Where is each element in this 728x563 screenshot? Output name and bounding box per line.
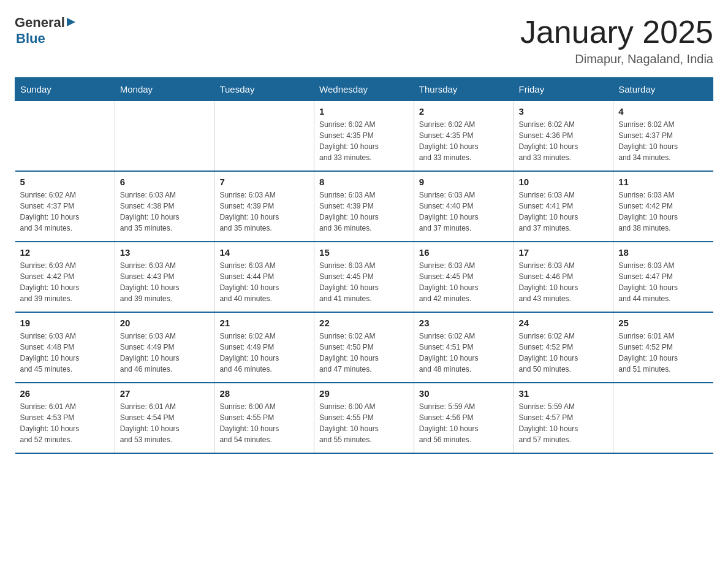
day-info: Sunrise: 6:01 AM Sunset: 4:54 PM Dayligh… <box>120 401 210 445</box>
svg-marker-0 <box>67 18 75 26</box>
day-number: 17 <box>519 247 609 258</box>
calendar-week-2: 5Sunrise: 6:02 AM Sunset: 4:37 PM Daylig… <box>15 171 713 242</box>
logo-arrow-icon <box>67 17 78 28</box>
calendar-week-5: 26Sunrise: 6:01 AM Sunset: 4:53 PM Dayli… <box>15 383 713 453</box>
day-number: 18 <box>618 247 708 258</box>
day-info: Sunrise: 6:03 AM Sunset: 4:49 PM Dayligh… <box>120 331 210 375</box>
calendar-cell <box>214 101 314 172</box>
day-number: 13 <box>120 247 210 258</box>
calendar-cell: 26Sunrise: 6:01 AM Sunset: 4:53 PM Dayli… <box>15 383 115 453</box>
day-number: 29 <box>319 388 409 399</box>
day-number: 1 <box>319 106 409 117</box>
day-info: Sunrise: 5:59 AM Sunset: 4:56 PM Dayligh… <box>419 401 509 445</box>
day-info: Sunrise: 6:03 AM Sunset: 4:42 PM Dayligh… <box>20 260 110 304</box>
calendar-cell: 30Sunrise: 5:59 AM Sunset: 4:56 PM Dayli… <box>414 383 514 453</box>
day-number: 30 <box>419 388 509 399</box>
day-info: Sunrise: 6:02 AM Sunset: 4:36 PM Dayligh… <box>519 119 609 163</box>
day-info: Sunrise: 6:03 AM Sunset: 4:44 PM Dayligh… <box>219 260 309 304</box>
day-number: 7 <box>219 177 309 187</box>
day-info: Sunrise: 6:03 AM Sunset: 4:47 PM Dayligh… <box>618 260 708 304</box>
calendar-cell: 20Sunrise: 6:03 AM Sunset: 4:49 PM Dayli… <box>115 312 214 383</box>
calendar-cell: 11Sunrise: 6:03 AM Sunset: 4:42 PM Dayli… <box>613 171 713 242</box>
calendar-cell: 22Sunrise: 6:02 AM Sunset: 4:50 PM Dayli… <box>314 312 414 383</box>
calendar-week-4: 19Sunrise: 6:03 AM Sunset: 4:48 PM Dayli… <box>15 312 713 383</box>
day-number: 25 <box>618 318 708 328</box>
day-number: 6 <box>120 177 210 187</box>
logo: General Blue <box>15 15 78 47</box>
title-area: January 2025 Dimapur, Nagaland, India <box>520 15 713 66</box>
calendar-cell: 25Sunrise: 6:01 AM Sunset: 4:52 PM Dayli… <box>613 312 713 383</box>
calendar-cell: 28Sunrise: 6:00 AM Sunset: 4:55 PM Dayli… <box>214 383 314 453</box>
calendar-cell: 9Sunrise: 6:03 AM Sunset: 4:40 PM Daylig… <box>414 171 514 242</box>
day-number: 9 <box>419 177 509 187</box>
day-info: Sunrise: 6:03 AM Sunset: 4:43 PM Dayligh… <box>120 260 210 304</box>
logo-general-text: General <box>15 15 65 31</box>
logo-blue-text: Blue <box>16 31 78 47</box>
day-info: Sunrise: 6:01 AM Sunset: 4:53 PM Dayligh… <box>20 401 110 445</box>
day-info: Sunrise: 6:02 AM Sunset: 4:35 PM Dayligh… <box>319 119 409 163</box>
day-info: Sunrise: 6:03 AM Sunset: 4:38 PM Dayligh… <box>120 190 210 234</box>
calendar-cell: 12Sunrise: 6:03 AM Sunset: 4:42 PM Dayli… <box>15 242 115 312</box>
calendar-cell: 13Sunrise: 6:03 AM Sunset: 4:43 PM Dayli… <box>115 242 214 312</box>
day-info: Sunrise: 6:03 AM Sunset: 4:46 PM Dayligh… <box>519 260 609 304</box>
day-info: Sunrise: 5:59 AM Sunset: 4:57 PM Dayligh… <box>519 401 609 445</box>
calendar-week-1: 1Sunrise: 6:02 AM Sunset: 4:35 PM Daylig… <box>15 101 713 172</box>
day-info: Sunrise: 6:02 AM Sunset: 4:37 PM Dayligh… <box>20 190 110 234</box>
calendar-cell <box>115 101 214 172</box>
calendar-cell: 7Sunrise: 6:03 AM Sunset: 4:39 PM Daylig… <box>214 171 314 242</box>
day-info: Sunrise: 6:02 AM Sunset: 4:50 PM Dayligh… <box>319 331 409 375</box>
day-number: 21 <box>219 318 309 328</box>
day-info: Sunrise: 6:03 AM Sunset: 4:41 PM Dayligh… <box>519 190 609 234</box>
calendar-cell <box>613 383 713 453</box>
col-header-wednesday: Wednesday <box>314 78 414 101</box>
day-number: 22 <box>319 318 409 328</box>
day-info: Sunrise: 6:03 AM Sunset: 4:45 PM Dayligh… <box>419 260 509 304</box>
calendar-cell: 14Sunrise: 6:03 AM Sunset: 4:44 PM Dayli… <box>214 242 314 312</box>
calendar-cell: 8Sunrise: 6:03 AM Sunset: 4:39 PM Daylig… <box>314 171 414 242</box>
day-info: Sunrise: 6:02 AM Sunset: 4:35 PM Dayligh… <box>419 119 509 163</box>
calendar-cell: 15Sunrise: 6:03 AM Sunset: 4:45 PM Dayli… <box>314 242 414 312</box>
day-number: 4 <box>618 106 708 117</box>
day-number: 5 <box>20 177 110 187</box>
col-header-saturday: Saturday <box>613 78 713 101</box>
day-number: 23 <box>419 318 509 328</box>
calendar-cell: 4Sunrise: 6:02 AM Sunset: 4:37 PM Daylig… <box>613 101 713 172</box>
calendar-cell <box>15 101 115 172</box>
calendar-cell: 29Sunrise: 6:00 AM Sunset: 4:55 PM Dayli… <box>314 383 414 453</box>
calendar-cell: 19Sunrise: 6:03 AM Sunset: 4:48 PM Dayli… <box>15 312 115 383</box>
calendar-cell: 6Sunrise: 6:03 AM Sunset: 4:38 PM Daylig… <box>115 171 214 242</box>
calendar-table: SundayMondayTuesdayWednesdayThursdayFrid… <box>15 77 713 454</box>
day-number: 8 <box>319 177 409 187</box>
col-header-thursday: Thursday <box>414 78 514 101</box>
calendar-week-3: 12Sunrise: 6:03 AM Sunset: 4:42 PM Dayli… <box>15 242 713 312</box>
col-header-monday: Monday <box>115 78 214 101</box>
day-info: Sunrise: 6:03 AM Sunset: 4:39 PM Dayligh… <box>219 190 309 234</box>
day-number: 24 <box>519 318 609 328</box>
day-info: Sunrise: 6:03 AM Sunset: 4:42 PM Dayligh… <box>618 190 708 234</box>
col-header-tuesday: Tuesday <box>214 78 314 101</box>
day-info: Sunrise: 6:02 AM Sunset: 4:52 PM Dayligh… <box>519 331 609 375</box>
day-info: Sunrise: 6:03 AM Sunset: 4:40 PM Dayligh… <box>419 190 509 234</box>
day-info: Sunrise: 6:01 AM Sunset: 4:52 PM Dayligh… <box>618 331 708 375</box>
day-number: 3 <box>519 106 609 117</box>
calendar-cell: 24Sunrise: 6:02 AM Sunset: 4:52 PM Dayli… <box>514 312 613 383</box>
day-number: 27 <box>120 388 210 399</box>
day-number: 19 <box>20 318 110 328</box>
day-number: 28 <box>219 388 309 399</box>
day-number: 12 <box>20 247 110 258</box>
day-number: 20 <box>120 318 210 328</box>
page-title: January 2025 <box>520 15 713 50</box>
day-info: Sunrise: 6:02 AM Sunset: 4:51 PM Dayligh… <box>419 331 509 375</box>
day-number: 2 <box>419 106 509 117</box>
day-info: Sunrise: 6:00 AM Sunset: 4:55 PM Dayligh… <box>319 401 409 445</box>
day-info: Sunrise: 6:02 AM Sunset: 4:49 PM Dayligh… <box>219 331 309 375</box>
calendar-cell: 2Sunrise: 6:02 AM Sunset: 4:35 PM Daylig… <box>414 101 514 172</box>
subtitle: Dimapur, Nagaland, India <box>520 52 713 66</box>
day-number: 10 <box>519 177 609 187</box>
day-info: Sunrise: 6:03 AM Sunset: 4:39 PM Dayligh… <box>319 190 409 234</box>
calendar-cell: 31Sunrise: 5:59 AM Sunset: 4:57 PM Dayli… <box>514 383 613 453</box>
day-info: Sunrise: 6:03 AM Sunset: 4:45 PM Dayligh… <box>319 260 409 304</box>
col-header-friday: Friday <box>514 78 613 101</box>
calendar-cell: 16Sunrise: 6:03 AM Sunset: 4:45 PM Dayli… <box>414 242 514 312</box>
calendar-cell: 1Sunrise: 6:02 AM Sunset: 4:35 PM Daylig… <box>314 101 414 172</box>
